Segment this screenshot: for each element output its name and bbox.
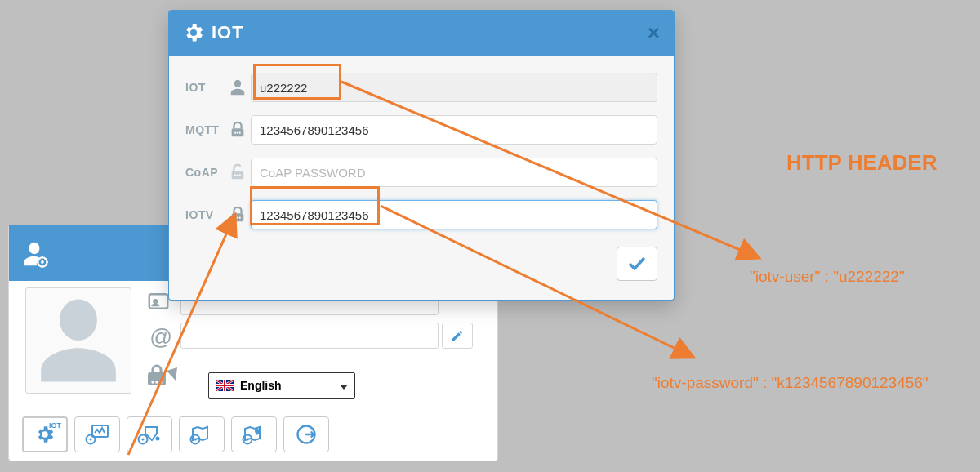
- flag-uk-icon: [216, 380, 234, 391]
- modal-footer: [169, 247, 674, 294]
- gear-monitor-icon: [85, 424, 109, 445]
- modal-body: IOT MQTT CoAP IOTV: [169, 56, 674, 247]
- svg-point-27: [246, 438, 248, 440]
- avatar: [25, 287, 131, 394]
- language-select[interactable]: English: [208, 372, 355, 399]
- field-row-iotv: IOTV: [185, 196, 657, 234]
- language-label: English: [240, 379, 282, 392]
- iotv-password-input[interactable]: [251, 200, 657, 229]
- svg-point-25: [194, 438, 196, 440]
- field-row-iot: IOT: [185, 69, 657, 106]
- svg-line-6: [38, 258, 40, 260]
- at-icon: @: [146, 323, 172, 350]
- confirm-button[interactable]: [617, 247, 657, 281]
- user-settings-icon: [20, 240, 48, 268]
- lock-icon: [225, 121, 251, 139]
- language-icon: [146, 364, 172, 390]
- annotation-iotv-password: "iotv-password" : "k1234567890123456": [652, 374, 929, 392]
- iot-label: IOT: [185, 81, 225, 94]
- user-icon: [225, 78, 251, 96]
- svg-point-14: [151, 381, 154, 383]
- lock-icon: [225, 206, 251, 224]
- svg-point-31: [237, 132, 238, 134]
- toolbar-map1-button[interactable]: [179, 416, 225, 452]
- svg-point-34: [234, 175, 236, 176]
- annotation-title: HTTP HEADER: [786, 150, 937, 176]
- profile-toolbar: IOT: [9, 408, 497, 461]
- mqtt-password-input[interactable]: [251, 115, 657, 145]
- svg-point-1: [41, 260, 44, 264]
- svg-point-21: [156, 437, 160, 441]
- svg-point-23: [141, 438, 144, 440]
- svg-point-11: [153, 299, 158, 304]
- iotv-label: IOTV: [185, 208, 225, 221]
- svg-text:@: @: [149, 324, 171, 348]
- check-icon: [627, 254, 647, 274]
- lock-open-icon: [225, 163, 251, 181]
- field-row-mqtt: MQTT: [185, 111, 657, 149]
- svg-point-40: [239, 217, 241, 219]
- pencil-icon: [451, 329, 464, 342]
- toolbar-logout-button[interactable]: [283, 416, 329, 452]
- svg-point-32: [239, 132, 241, 134]
- logout-icon: [295, 423, 318, 446]
- toolbar-map2-button[interactable]: [231, 416, 277, 452]
- toolbar-iot-button[interactable]: IOT: [22, 416, 68, 452]
- iot-modal: IOT × IOT MQTT CoAP IOTV: [168, 10, 675, 301]
- iot-user-input[interactable]: [251, 73, 657, 102]
- svg-point-38: [234, 217, 236, 219]
- gear-map-icon: [189, 424, 214, 445]
- field-row-coap: CoAP: [185, 154, 657, 191]
- close-icon[interactable]: ×: [648, 20, 661, 46]
- modal-header: IOT ×: [169, 10, 674, 56]
- svg-point-36: [239, 175, 241, 176]
- svg-point-39: [237, 217, 238, 219]
- coap-password-input[interactable]: [251, 158, 657, 187]
- svg-point-16: [159, 381, 162, 383]
- gear-icon: [182, 21, 205, 44]
- profile-email-input[interactable]: [180, 323, 439, 349]
- svg-point-30: [234, 132, 236, 134]
- svg-point-35: [237, 175, 238, 176]
- gear-map2-icon: [242, 424, 266, 445]
- avatar-placeholder-icon: [33, 296, 123, 385]
- svg-line-7: [45, 265, 47, 266]
- gear-paint-icon: [137, 424, 162, 445]
- chevron-down-icon: [340, 379, 348, 392]
- mqtt-label: MQTT: [185, 123, 225, 136]
- coap-label: CoAP: [185, 166, 225, 179]
- svg-line-9: [38, 265, 40, 266]
- annotation-iotv-user: "iotv-user" : "u222222": [750, 268, 905, 286]
- modal-title: IOT: [212, 22, 244, 43]
- toolbar-iot-sup: IOT: [49, 421, 61, 430]
- svg-point-15: [155, 381, 158, 383]
- edit-email-button[interactable]: [442, 323, 473, 349]
- toolbar-monitor-button[interactable]: [74, 416, 120, 452]
- svg-line-8: [45, 258, 47, 260]
- svg-point-20: [89, 438, 91, 440]
- toolbar-color-button[interactable]: [127, 416, 172, 452]
